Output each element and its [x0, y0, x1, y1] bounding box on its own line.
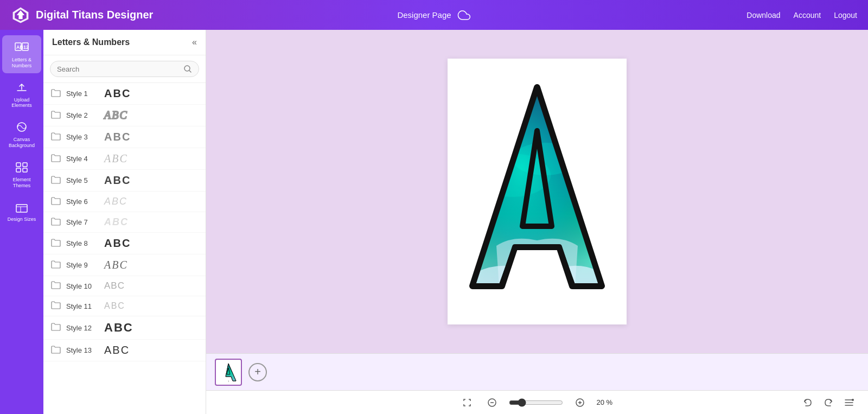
style-item-9[interactable]: Style 9 ABC: [43, 254, 206, 276]
canvas-white[interactable]: [448, 59, 627, 324]
collapse-button[interactable]: «: [192, 37, 197, 47]
panel-sidebar: Letters & Numbers « Style 1 ABC: [43, 30, 206, 414]
folder-icon-4: [51, 154, 61, 164]
toolbar-right: [800, 394, 857, 411]
folder-icon-6: [51, 196, 61, 207]
search-container: [43, 55, 206, 83]
menu-icon: [844, 397, 854, 408]
folder-icon-8: [51, 238, 61, 249]
style-preview-1: ABC: [104, 87, 131, 100]
canvas-area: 1 +: [206, 30, 868, 414]
style-preview-9: ABC: [104, 259, 128, 271]
thumbnail-preview: 1: [218, 361, 239, 383]
sidebar-item-design-sizes[interactable]: Design Sizes: [2, 195, 41, 227]
canvas-bg-icon: [14, 119, 29, 135]
style-name-7: Style 7: [66, 218, 99, 226]
style-item-7[interactable]: Style 7 ABC: [43, 212, 206, 233]
style-item-8[interactable]: Style 8 ABC: [43, 233, 206, 254]
sidebar-item-element-themes[interactable]: ElementThemes: [2, 155, 41, 193]
folder-icon-10: [51, 281, 61, 291]
sidebar-label-canvas-bg: CanvasBackground: [9, 137, 35, 149]
header-center: Designer Page: [397, 9, 470, 22]
svg-text:12: 12: [23, 44, 29, 50]
zoom-in-icon: [575, 397, 585, 408]
svg-rect-7: [16, 163, 21, 167]
style-item-10[interactable]: Style 10 ABC: [43, 276, 206, 296]
style-preview-5: ABC: [104, 174, 131, 187]
folder-icon-1: [51, 88, 61, 99]
svg-text:1: 1: [228, 380, 229, 383]
redo-button[interactable]: [820, 394, 837, 411]
style-name-8: Style 8: [66, 239, 99, 247]
style-name-4: Style 4: [66, 155, 99, 163]
body: AB 12 Letters &Numbers UploadElements Ca…: [0, 30, 868, 414]
download-link[interactable]: Download: [746, 11, 780, 20]
redo-icon: [823, 397, 834, 408]
bottom-toolbar: 20 %: [206, 390, 868, 414]
style-item-4[interactable]: Style 4 ABC: [43, 148, 206, 170]
style-name-13: Style 13: [66, 346, 99, 354]
thumbnail-page-1[interactable]: 1: [215, 359, 242, 386]
style-item-3[interactable]: Style 3 ABC: [43, 126, 206, 148]
app-title: Digital Titans Designer: [36, 9, 153, 21]
folder-icon-11: [51, 301, 61, 311]
zoom-value: 20 %: [597, 398, 616, 406]
style-name-10: Style 10: [66, 282, 99, 290]
undo-icon: [802, 397, 813, 408]
sidebar-label-letters: Letters &Numbers: [12, 57, 32, 69]
undo-button[interactable]: [800, 394, 816, 411]
svg-rect-10: [23, 168, 27, 172]
style-item-6[interactable]: Style 6 ABC: [43, 192, 206, 212]
svg-rect-11: [16, 205, 27, 212]
zoom-out-button[interactable]: [484, 394, 500, 411]
style-item-11[interactable]: Style 11 ABC: [43, 296, 206, 316]
style-preview-10: ABC: [104, 281, 125, 291]
zoom-in-button[interactable]: [572, 394, 588, 411]
fit-screen-button[interactable]: [459, 394, 475, 411]
style-name-2: Style 2: [66, 111, 99, 119]
style-item-13[interactable]: Style 13 ABC: [43, 340, 206, 361]
zoom-out-icon: [487, 397, 497, 408]
style-preview-8: ABC: [104, 237, 131, 250]
sidebar-item-upload[interactable]: UploadElements: [2, 75, 41, 113]
svg-point-27: [852, 399, 854, 401]
design-sizes-icon: [14, 199, 29, 214]
folder-icon-2: [51, 110, 61, 121]
style-preview-13: ABC: [104, 344, 130, 356]
svg-point-17: [501, 110, 503, 111]
account-link[interactable]: Account: [794, 11, 821, 20]
sidebar-item-letters-numbers[interactable]: AB 12 Letters &Numbers: [2, 35, 41, 73]
svg-rect-8: [23, 163, 27, 167]
style-preview-12: ABC: [104, 321, 133, 335]
sidebar-label-element-themes: ElementThemes: [12, 177, 30, 189]
style-name-6: Style 6: [66, 198, 99, 206]
style-list: Style 1 ABC Style 2 ABC Style 3 ABC Styl…: [43, 83, 206, 414]
icon-sidebar: AB 12 Letters &Numbers UploadElements Ca…: [0, 30, 43, 414]
search-input[interactable]: [57, 65, 179, 73]
cloud-icon[interactable]: [458, 9, 471, 22]
thumbnail-bar: 1 +: [206, 353, 868, 390]
style-preview-6: ABC: [104, 196, 127, 207]
letters-numbers-icon: AB 12: [14, 40, 29, 55]
style-preview-7: ABC: [104, 216, 129, 228]
sidebar-item-canvas-bg[interactable]: CanvasBackground: [2, 115, 41, 153]
logout-link[interactable]: Logout: [834, 11, 857, 20]
menu-button[interactable]: [841, 394, 857, 411]
zoom-slider[interactable]: [509, 398, 563, 407]
panel-title: Letters & Numbers: [52, 37, 130, 47]
style-item-1[interactable]: Style 1 ABC: [43, 83, 206, 105]
add-page-button[interactable]: +: [248, 363, 267, 381]
style-name-5: Style 5: [66, 176, 99, 184]
style-item-12[interactable]: Style 12 ABC: [43, 316, 206, 340]
folder-icon-12: [51, 322, 61, 333]
logo: Digital Titans Designer: [11, 5, 746, 25]
search-box: [50, 61, 199, 77]
style-item-2[interactable]: Style 2 ABC: [43, 105, 206, 126]
svg-point-18: [523, 99, 524, 100]
aurora-letter-a: [458, 78, 616, 305]
style-item-5[interactable]: Style 5 ABC: [43, 170, 206, 192]
fit-screen-icon: [462, 397, 473, 408]
style-name-9: Style 9: [66, 261, 99, 269]
svg-point-22: [507, 126, 508, 127]
search-icon: [183, 65, 192, 73]
